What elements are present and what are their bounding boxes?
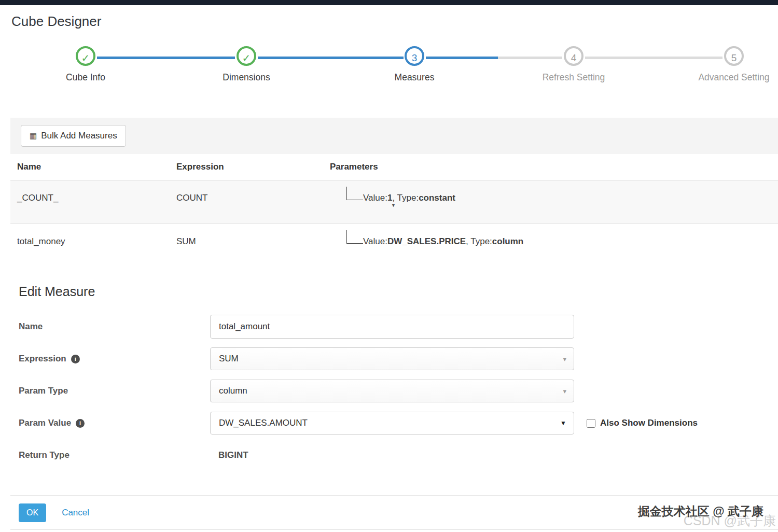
check-icon: ✓ bbox=[76, 46, 95, 66]
param-mid: , Type: bbox=[466, 236, 492, 246]
watermark-juejin: 掘金技术社区 @ 武子康 bbox=[638, 503, 763, 520]
chevron-down-icon: ▾ bbox=[563, 355, 566, 363]
also-show-dimensions-group: Also Show Dimensions bbox=[587, 418, 698, 428]
parameter-line: Value:DW_SALES.PRICE, Type:column bbox=[346, 230, 771, 244]
param-value: DW_SALES.PRICE bbox=[387, 236, 466, 246]
parameter-line: Value:1, Type:constant bbox=[346, 187, 771, 200]
step-number-circle: 5 bbox=[724, 46, 744, 66]
page-bottom-border bbox=[10, 529, 778, 530]
check-icon: ✓ bbox=[237, 46, 256, 66]
step-measures[interactable]: 3 Measures bbox=[357, 46, 471, 83]
grid-icon: ▦ bbox=[30, 131, 37, 141]
expression-selected-value: SUM bbox=[219, 354, 239, 364]
step-number: 3 bbox=[412, 52, 418, 63]
info-icon: i bbox=[76, 419, 85, 428]
return-type-label-text: Return Type bbox=[19, 450, 70, 460]
bulk-add-measures-label: Bulk Add Measures bbox=[41, 131, 117, 141]
expression-row: Expression i SUM ▾ bbox=[19, 347, 766, 371]
measure-parameters: Value:DW_SALES.PRICE, Type:column bbox=[323, 224, 778, 268]
expression-select[interactable]: SUM ▾ bbox=[210, 347, 574, 370]
name-label-text: Name bbox=[19, 321, 43, 332]
expression-label-text: Expression bbox=[19, 354, 66, 364]
parameter-text: Value:DW_SALES.PRICE, Type:column bbox=[363, 236, 523, 246]
param-value-select[interactable]: DW_SALES.AMOUNT ▼ bbox=[210, 412, 574, 435]
param-value-label-text: Param Value bbox=[19, 418, 71, 428]
step-number-circle: 3 bbox=[405, 46, 424, 66]
name-row: Name bbox=[19, 315, 766, 339]
also-show-dimensions-label: Also Show Dimensions bbox=[600, 418, 698, 428]
param-prefix: Value: bbox=[363, 236, 387, 246]
step-label-refresh-setting: Refresh Setting bbox=[517, 72, 631, 83]
step-number-circle: 4 bbox=[564, 46, 584, 66]
step-cube-info[interactable]: ✓ Cube Info bbox=[29, 46, 143, 83]
param-type-label: Param Type bbox=[19, 386, 210, 396]
bulk-add-measures-button[interactable]: ▦ Bulk Add Measures bbox=[21, 125, 126, 147]
step-advanced-setting[interactable]: 5 Advanced Setting bbox=[677, 46, 778, 83]
param-value-label: Param Value i bbox=[19, 418, 210, 428]
parameter-text: Value:1, Type:constant bbox=[363, 193, 455, 203]
info-icon: i bbox=[71, 355, 80, 363]
expression-label: Expression i bbox=[19, 354, 210, 364]
step-label-advanced-setting: Advanced Setting bbox=[677, 72, 778, 83]
param-type-label-text: Param Type bbox=[19, 386, 68, 396]
column-header-name: Name bbox=[10, 154, 170, 180]
param-value-selected-value: DW_SALES.AMOUNT bbox=[219, 418, 308, 428]
measures-table: Name Expression Parameters _COUNT_ COUNT… bbox=[10, 154, 778, 268]
wizard-stepper: ✓ Cube Info ✓ Dimensions 3 Measures 4 Re… bbox=[0, 0, 778, 119]
column-header-expression: Expression bbox=[170, 154, 323, 180]
chevron-down-icon: ▾ bbox=[563, 387, 566, 395]
measure-row-count: _COUNT_ COUNT Value:1, Type:constant ▼ bbox=[10, 180, 778, 224]
edit-measure-title: Edit Measure bbox=[19, 284, 766, 299]
tree-guide-icon bbox=[346, 230, 363, 244]
measure-name-input[interactable] bbox=[210, 315, 574, 339]
measures-toolbar: ▦ Bulk Add Measures bbox=[10, 118, 778, 154]
step-refresh-setting[interactable]: 4 Refresh Setting bbox=[517, 46, 631, 83]
step-dimensions[interactable]: ✓ Dimensions bbox=[189, 46, 303, 83]
param-type: column bbox=[492, 236, 523, 246]
tree-guide-icon bbox=[346, 187, 363, 200]
param-value: 1 bbox=[387, 193, 392, 203]
measure-name: total_money bbox=[10, 224, 170, 268]
measure-expression: SUM bbox=[170, 224, 323, 268]
edit-measure-section: Edit Measure Name Expression i SUM ▾ Par… bbox=[19, 284, 766, 475]
check-glyph: ✓ bbox=[242, 52, 251, 64]
param-prefix: Value: bbox=[363, 193, 387, 203]
check-glyph: ✓ bbox=[81, 52, 90, 64]
cancel-link[interactable]: Cancel bbox=[62, 508, 89, 518]
also-show-dimensions-checkbox[interactable] bbox=[587, 419, 595, 428]
ok-button[interactable]: OK bbox=[19, 503, 46, 522]
param-value-row: Param Value i DW_SALES.AMOUNT ▼ Also Sho… bbox=[19, 411, 766, 435]
param-type-row: Param Type column ▾ bbox=[19, 379, 766, 403]
param-type-select[interactable]: column ▾ bbox=[210, 380, 574, 402]
return-type-value: BIGINT bbox=[210, 450, 248, 460]
step-number: 4 bbox=[571, 52, 577, 63]
step-label-dimensions: Dimensions bbox=[189, 72, 303, 83]
chevron-down-icon: ▼ bbox=[560, 419, 566, 427]
param-type-selected-value: column bbox=[219, 386, 247, 396]
step-label-cube-info: Cube Info bbox=[29, 72, 143, 83]
measure-parameters: Value:1, Type:constant ▼ bbox=[323, 180, 778, 224]
step-number: 5 bbox=[731, 52, 737, 63]
column-header-parameters: Parameters bbox=[323, 154, 778, 180]
step-label-measures: Measures bbox=[357, 72, 471, 83]
measure-row-total-money: total_money SUM Value:DW_SALES.PRICE, Ty… bbox=[10, 224, 778, 268]
measures-table-header-row: Name Expression Parameters bbox=[10, 154, 778, 180]
name-label: Name bbox=[19, 321, 210, 332]
return-type-row: Return Type BIGINT bbox=[19, 443, 766, 467]
param-mid: , Type: bbox=[392, 193, 419, 203]
caret-down-icon: ▼ bbox=[391, 203, 771, 208]
return-type-label: Return Type bbox=[19, 450, 210, 460]
param-type: constant bbox=[419, 193, 455, 203]
measure-name: _COUNT_ bbox=[10, 180, 170, 224]
measure-expression: COUNT bbox=[170, 180, 323, 224]
